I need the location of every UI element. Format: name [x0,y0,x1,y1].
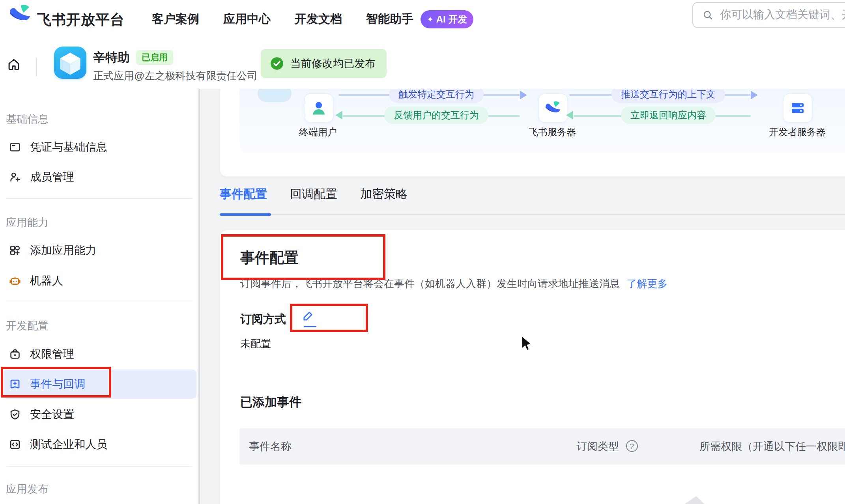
ai-dev-badge: ✦ AI 开发 [421,10,473,28]
sidebar-item-security[interactable]: 安全设置 [3,403,196,426]
sidebar-item-label: 成员管理 [30,170,74,185]
sidebar-section-dev-config: 开发配置 [6,319,49,333]
sidebar-item-label: 权限管理 [30,347,74,362]
pencil-icon [301,309,315,323]
tab-callback-config[interactable]: 回调配置 [290,186,337,202]
col-required-permission: 所需权限（开通以下任一权限即可） [699,428,845,465]
sidebar-divider [7,466,192,467]
col-subscription-type-text: 订阅类型 [576,441,619,452]
event-callback-icon [9,378,21,390]
member-add-icon [9,171,21,183]
sidebar-section-capabilities: 应用能力 [6,215,49,230]
developer-server-node [783,93,812,123]
event-config-description: 订阅事件后，飞书开放平台将会在事件（如机器人入群）发生时向请求地址推送消息 了解… [240,277,667,291]
search-icon [702,9,714,21]
sidebar-divider [7,198,192,199]
nav-item-ai-assistant[interactable]: 智能助手 ✦ AI 开发 [366,10,473,28]
subscription-method-value: 未配置 [240,337,271,351]
sidebar-item-add-capability[interactable]: 添加应用能力 [3,239,196,261]
nav-item-app-center[interactable]: 应用中心 [223,11,271,27]
sidebar-item-permissions[interactable]: 权限管理 [3,343,196,365]
capability-grid-icon [9,244,21,257]
sidebar-section-basic-info: 基础信息 [6,112,49,126]
sidebar-section-app-release: 应用发布 [6,482,49,496]
col-subscription-type: 订阅类型 ? [576,428,638,465]
feishu-logo[interactable] [9,5,32,24]
arrow-label-response: 立即返回响应内容 [621,106,716,124]
doc-search [692,2,845,28]
app-avatar [54,47,86,79]
tab-encryption-policy[interactable]: 加密策略 [360,186,408,202]
end-user-node [304,93,333,123]
nav-item-customer-cases[interactable]: 客户案例 [152,11,199,27]
help-icon[interactable]: ? [626,440,638,452]
sidebar-item-label: 安全设置 [30,407,74,422]
event-config-title: 事件配置 [240,248,299,268]
sidebar-divider [7,302,192,302]
arrow-head-push [751,91,758,99]
sidebar-item-bot[interactable]: 机器人 [3,270,196,292]
feishu-logo-icon [545,101,561,115]
brand-title[interactable]: 飞书开放平台 [37,10,125,30]
end-user-icon [310,99,327,117]
added-events-title: 已添加事件 [240,394,301,411]
events-table-header: 事件名称 订阅类型 ? 所需权限（开通以下任一权限即可） [239,428,845,465]
sidebar-item-label: 测试企业和人员 [30,437,107,452]
publish-status-text: 当前修改均已发布 [290,56,376,71]
end-user-label: 终端用户 [282,126,353,138]
app-name: 辛特助 [93,49,130,66]
tabs-baseline [220,214,845,215]
sidebar-item-label: 凭证与基础信息 [30,140,107,155]
sidebar-item-members[interactable]: 成员管理 [3,166,196,188]
developer-server-label: 开发者服务器 [762,126,833,138]
sidebar-item-events-callbacks[interactable]: 事件与回调 [3,370,196,399]
nav-item-dev-docs[interactable]: 开发文档 [295,11,342,27]
col-event-name: 事件名称 [249,428,292,465]
config-tabs: 事件配置 回调配置 加密策略 [220,186,408,202]
code-box-icon [9,438,21,451]
page-root: 终端用户 飞书服务器 开发者服务器 [0,0,845,504]
feishu-server-node [538,93,568,123]
nav-item-label: 智能助手 [366,11,413,27]
sidebar-item-label: 机器人 [30,273,63,288]
sparkle-icon: ✦ [427,15,434,24]
cube-icon [54,47,86,79]
subscription-method-label: 订阅方式 [240,312,286,327]
sidebar-item-label: 事件与回调 [30,377,85,392]
description-text: 订阅事件后，飞书开放平台将会在事件（如机器人入群）发生时向请求地址推送消息 [240,278,620,289]
feishu-server-label: 飞书服务器 [517,126,588,138]
event-config-card: 事件配置 订阅事件后，飞书开放平台将会在事件（如机器人入群）发生时向请求地址推送… [220,230,845,504]
ai-badge-label: AI 开发 [436,13,467,26]
app-header: 辛特助 已启用 正式应用@左之极科技有限责任公司 当前修改均已发布 [0,38,845,89]
empty-state-illustration [636,491,747,504]
app-title-row: 辛特助 已启用 [93,49,173,66]
learn-more-link[interactable]: 了解更多 [626,278,667,289]
sidebar-item-test-company[interactable]: 测试企业和人员 [3,433,196,455]
tab-event-config[interactable]: 事件配置 [220,186,267,202]
robot-icon [9,274,21,287]
arrow-head-trigger [520,91,527,99]
sidebar-scrollbar[interactable] [198,89,200,504]
edit-subscription-button[interactable] [301,309,320,329]
enabled-status-badge: 已启用 [136,50,173,65]
search-input[interactable] [719,3,845,26]
permission-lock-icon [9,348,21,360]
check-circle-icon [269,56,284,71]
arrow-head-feedback [335,111,342,119]
arrow-label-feedback: 反馈用户的交互行为 [384,106,488,124]
pencil-underline [304,326,316,327]
publish-status-banner: 当前修改均已发布 [261,49,387,78]
header-divider [36,58,37,76]
active-tab-indicator [220,213,271,216]
home-icon[interactable] [6,57,21,72]
nav-menu: 客户案例 应用中心 开发文档 智能助手 ✦ AI 开发 [152,0,473,38]
arrow-head-response [566,111,573,119]
credential-card-icon [9,141,21,153]
shield-check-icon [9,408,21,421]
server-icon [790,100,806,116]
sidebar-item-credentials[interactable]: 凭证与基础信息 [3,136,196,158]
sidebar-item-label: 添加应用能力 [30,243,96,258]
app-subtitle: 正式应用@左之极科技有限责任公司 [93,69,257,83]
